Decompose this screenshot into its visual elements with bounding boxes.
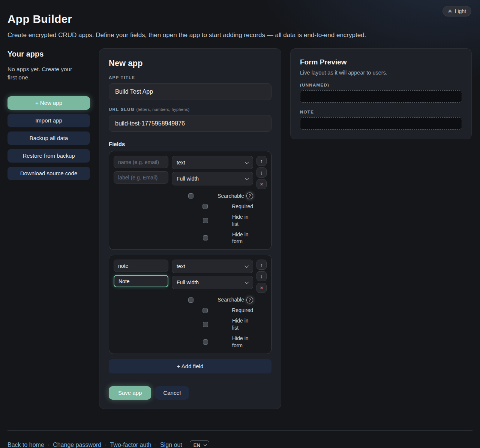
page-subtitle: Create encrypted CRUD apps. Define your … (8, 31, 472, 39)
move-field-down-button[interactable]: ↓ (256, 167, 267, 178)
two-factor-auth-link[interactable]: Two-factor auth (110, 442, 151, 448)
hide-in-list-checkbox[interactable] (203, 218, 208, 223)
hide-in-form-checkbox-row[interactable]: Hide in form (172, 335, 253, 349)
arrow-down-icon: ↓ (260, 273, 263, 279)
sun-icon: ✳ (448, 8, 452, 14)
move-field-up-button[interactable]: ↑ (256, 156, 267, 166)
required-checkbox-row[interactable]: Required (172, 203, 253, 210)
page-title: App Builder (8, 13, 472, 25)
arrow-up-icon: ↑ (260, 262, 263, 268)
field-type-select[interactable]: text (172, 156, 253, 169)
form-preview-subtitle: Live layout as it will appear to users. (300, 70, 462, 76)
help-icon[interactable]: ? (246, 297, 253, 303)
searchable-checkbox[interactable] (188, 193, 194, 199)
arrow-down-icon: ↓ (260, 170, 263, 176)
arrow-up-icon: ↑ (260, 158, 263, 164)
url-slug-label: URL SLUG (letters, numbers, hyphens) (109, 107, 272, 112)
form-preview-panel: Form Preview Live layout as it will appe… (290, 48, 472, 139)
field-card: text Full width Searchable (109, 151, 272, 250)
hide-in-form-checkbox[interactable] (203, 235, 208, 240)
save-app-button[interactable]: Save app (109, 386, 151, 400)
preview-input-placeholder (300, 117, 462, 130)
preview-input-placeholder (300, 90, 462, 103)
download-source-code-button[interactable]: Download source code (8, 167, 90, 180)
required-checkbox-row[interactable]: Required (172, 307, 253, 314)
theme-toggle-label: Light (455, 8, 466, 14)
field-width-select[interactable]: Full width (172, 276, 253, 289)
cancel-button[interactable]: Cancel (155, 386, 189, 400)
import-app-button[interactable]: Import app (8, 114, 90, 127)
remove-field-button[interactable]: ✕ (256, 283, 267, 293)
hide-in-list-checkbox-row[interactable]: Hide in list (172, 317, 253, 332)
move-field-up-button[interactable]: ↑ (256, 260, 267, 270)
field-type-select[interactable]: text (172, 260, 253, 273)
language-select[interactable]: EN (190, 441, 209, 448)
preview-field-label: NOTE (300, 110, 462, 114)
sidebar-empty-message: No apps yet. Create your first one. (8, 65, 82, 82)
app-title-label: APP TITLE (109, 75, 272, 80)
field-width-select[interactable]: Full width (172, 172, 253, 185)
add-field-button[interactable]: + Add field (109, 359, 272, 373)
move-field-down-button[interactable]: ↓ (256, 271, 267, 281)
url-slug-hint: (letters, numbers, hyphens) (136, 107, 189, 112)
back-to-home-link[interactable]: Back to home (8, 442, 44, 448)
field-card: text Full width Searchable (109, 255, 272, 354)
remove-icon: ✕ (260, 285, 263, 291)
preview-field-label: (UNNAMED) (300, 83, 462, 87)
help-icon[interactable]: ? (246, 193, 253, 199)
remove-field-button[interactable]: ✕ (256, 179, 267, 189)
sidebar: Your apps No apps yet. Create your first… (8, 48, 90, 180)
new-app-panel: New app APP TITLE URL SLUG (letters, num… (99, 48, 281, 409)
backup-all-data-button[interactable]: Backup all data (8, 131, 90, 145)
searchable-checkbox[interactable] (188, 297, 194, 303)
new-app-title: New app (109, 58, 272, 68)
footer-links: Back to home · Change password · Two-fac… (0, 441, 480, 448)
change-password-link[interactable]: Change password (53, 442, 101, 448)
footer-divider (8, 430, 472, 431)
required-checkbox[interactable] (202, 308, 208, 313)
searchable-checkbox-row[interactable]: Searchable ? (172, 193, 253, 200)
hide-in-list-checkbox-row[interactable]: Hide in list (172, 214, 253, 228)
hide-in-form-checkbox-row[interactable]: Hide in form (172, 231, 253, 245)
field-name-input[interactable] (114, 156, 168, 168)
theme-toggle-button[interactable]: ✳ Light (442, 6, 471, 16)
field-label-input[interactable] (114, 275, 168, 287)
required-checkbox[interactable] (202, 204, 208, 209)
sidebar-title: Your apps (8, 50, 90, 58)
sign-out-link[interactable]: Sign out (160, 442, 182, 448)
hide-in-form-checkbox[interactable] (203, 339, 208, 345)
searchable-checkbox-row[interactable]: Searchable ? (172, 296, 253, 303)
hide-in-list-checkbox[interactable] (203, 322, 208, 327)
restore-from-backup-button[interactable]: Restore from backup (8, 149, 90, 163)
app-title-input[interactable] (109, 83, 272, 100)
form-preview-title: Form Preview (300, 58, 462, 66)
new-app-button[interactable]: + New app (8, 96, 90, 110)
url-slug-input[interactable] (109, 115, 272, 132)
fields-section-label: Fields (109, 141, 272, 147)
remove-icon: ✕ (260, 182, 263, 187)
field-label-input[interactable] (114, 171, 168, 184)
field-name-input[interactable] (114, 260, 168, 272)
